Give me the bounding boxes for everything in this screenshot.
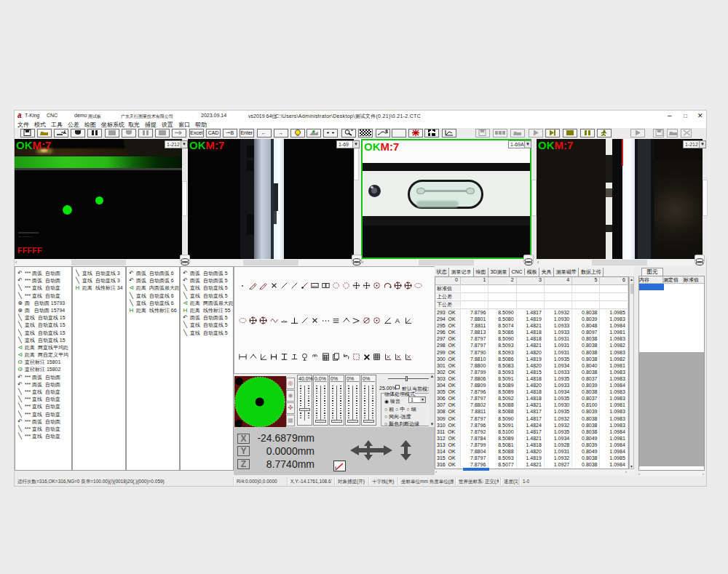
svg-text:A: A	[395, 317, 400, 324]
